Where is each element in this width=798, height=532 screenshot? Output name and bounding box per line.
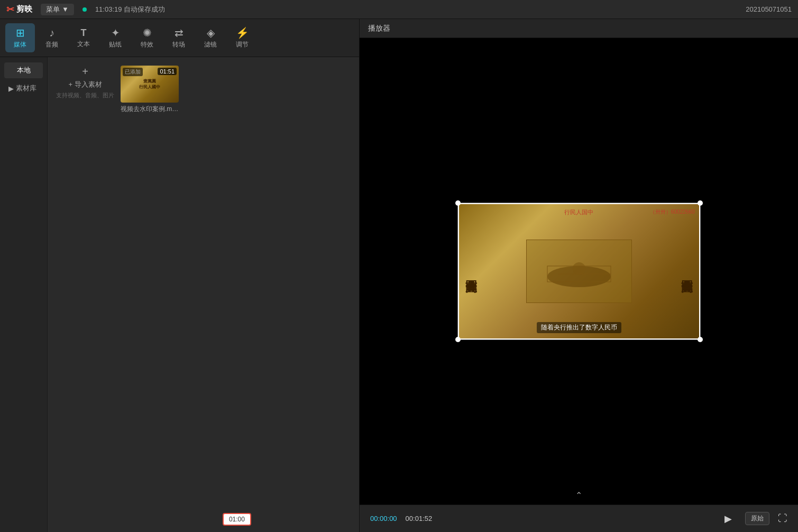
- app-name: 剪映: [16, 4, 32, 14]
- selection-handle-br[interactable]: [698, 337, 703, 342]
- tab-adjust-label: 调节: [236, 40, 249, 49]
- time-current: 00:00:00: [370, 515, 397, 522]
- selection-handle-bl[interactable]: [455, 337, 461, 342]
- banknote-center-scene: [526, 240, 632, 303]
- tab-audio[interactable]: ♪ 音频: [37, 24, 67, 52]
- menu-arrow-icon: ▼: [62, 5, 69, 13]
- transition-icon: ⇄: [175, 26, 184, 39]
- duration-badge: 01:51: [158, 68, 177, 75]
- tab-audio-label: 音频: [45, 40, 58, 49]
- player-area: 行民人国中 （卅卅）60022660 壹萬圓 壹萬圓 随着央行推出了数字人民币: [360, 38, 798, 505]
- video-preview: 行民人国中 （卅卅）60022660 壹萬圓 壹萬圓 随着央行推出了数字人民币: [457, 203, 701, 340]
- banknote-serial: （卅卅）60022660: [650, 208, 695, 216]
- media-icon: ⊞: [16, 26, 25, 39]
- tab-sticker[interactable]: ✦ 贴纸: [100, 23, 130, 52]
- audio-icon: ♪: [49, 27, 54, 39]
- left-panel: ⊞ 媒体 ♪ 音频 T 文本 ✦ 贴纸 ✺ 特效 ⇄ 转场: [0, 19, 360, 532]
- app-logo: ✂ 剪映: [6, 4, 32, 15]
- sidebar-item-library[interactable]: ▶ 素材库: [4, 81, 43, 95]
- imported-badge: 已添加: [123, 68, 143, 76]
- tab-text-label: 文本: [77, 40, 90, 49]
- sticker-icon: ✦: [111, 26, 120, 39]
- play-button[interactable]: ▶: [720, 510, 737, 527]
- tab-effects-label: 特效: [141, 40, 153, 49]
- tab-media-label: 媒体: [14, 40, 26, 49]
- tab-sticker-label: 贴纸: [109, 40, 122, 49]
- original-button[interactable]: 原始: [745, 512, 769, 525]
- plus-icon: +: [82, 66, 88, 78]
- tab-text[interactable]: T 文本: [69, 24, 98, 52]
- tab-adjust[interactable]: ⚡ 调节: [227, 23, 257, 52]
- tab-filter[interactable]: ◈ 滤镜: [196, 23, 225, 52]
- status-indicator: [82, 7, 87, 12]
- player-controls: 00:00:00 00:01:52 ▶ 原始 ⛶: [360, 505, 798, 532]
- top-bar: ✂ 剪映 菜单 ▼ 11:03:19 自动保存成功 202105071051: [0, 0, 798, 19]
- scissors-icon: ✂: [6, 4, 14, 15]
- media-area: + + 导入素材 支持视频、音频、图片 壹萬圓行民人國中 已添加 01:51 视…: [48, 57, 359, 532]
- tab-transition-label: 转场: [172, 40, 185, 49]
- time-total: 00:01:52: [406, 515, 433, 522]
- tab-filter-label: 滤镜: [204, 40, 217, 49]
- menu-button[interactable]: 菜单 ▼: [41, 4, 74, 15]
- tab-media[interactable]: ⊞ 媒体: [5, 23, 35, 52]
- text-icon: T: [81, 27, 87, 39]
- media-items: + + 导入素材 支持视频、音频、图片 壹萬圓行民人國中 已添加 01:51 视…: [56, 66, 351, 114]
- selection-handle-tr[interactable]: [698, 200, 703, 206]
- arrow-right-icon: ▶: [8, 85, 14, 93]
- tab-transition[interactable]: ⇄ 转场: [164, 23, 194, 52]
- media-thumbnail: 壹萬圓行民人國中 已添加 01:51: [121, 66, 179, 103]
- sidebar-item-local[interactable]: 本地: [4, 62, 43, 78]
- filter-icon: ◈: [207, 26, 215, 39]
- content-area: 本地 ▶ 素材库 + + 导入素材 支持视频、音频、图片: [0, 57, 359, 532]
- effects-icon: ✺: [143, 26, 152, 39]
- sidebar: 本地 ▶ 素材库: [0, 57, 48, 532]
- media-item[interactable]: 壹萬圓行民人國中 已添加 01:51 视频去水印案例.mp4: [121, 66, 179, 114]
- main-layout: ⊞ 媒体 ♪ 音频 T 文本 ✦ 贴纸 ✺ 特效 ⇄ 转场: [0, 19, 798, 532]
- media-filename: 视频去水印案例.mp4: [121, 105, 179, 114]
- date-text: 202105071051: [746, 5, 792, 13]
- tab-effects[interactable]: ✺ 特效: [132, 23, 162, 52]
- player-header: 播放器: [360, 19, 798, 38]
- crop-tooltip: 01:00: [223, 513, 251, 526]
- import-hint: 支持视频、音频、图片: [56, 91, 114, 99]
- menu-label: 菜单: [46, 5, 60, 14]
- adjust-icon: ⚡: [236, 26, 249, 39]
- banknote-header-text: 行民人国中: [564, 208, 593, 216]
- banknote-preview-image: 行民人国中 （卅卅）60022660 壹萬圓 壹萬圓 随着央行推出了数字人民币: [458, 203, 700, 340]
- import-button[interactable]: + + 导入素材 支持视频、音频、图片: [56, 66, 114, 114]
- import-label: + 导入素材: [68, 80, 102, 89]
- subtitle-text: 随着央行推出了数字人民币: [537, 322, 621, 333]
- status-text: 11:03:19 自动保存成功: [95, 5, 165, 14]
- toolbar-tabs: ⊞ 媒体 ♪ 音频 T 文本 ✦ 贴纸 ✺ 特效 ⇄ 转场: [0, 19, 359, 57]
- right-panel: 播放器 行民人国中 （卅卅）60022660 壹萬圓 壹萬圓: [360, 19, 798, 532]
- fullscreen-button[interactable]: ⛶: [778, 513, 787, 524]
- player-title: 播放器: [368, 24, 390, 33]
- expand-indicator[interactable]: ⌃: [575, 490, 582, 500]
- svg-point-2: [573, 262, 585, 275]
- selection-handle-tl[interactable]: [455, 200, 461, 206]
- sidebar-library-label: 素材库: [16, 84, 36, 93]
